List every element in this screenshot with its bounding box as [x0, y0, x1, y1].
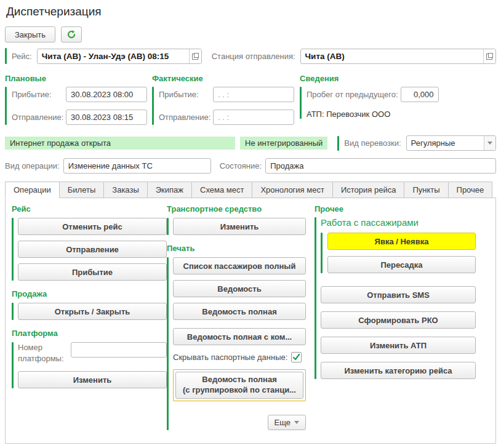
mileage-value: 0,000 — [414, 90, 434, 99]
transport-kind-value: Регулярные — [411, 138, 484, 148]
print-sheet-grouped-button[interactable]: Ведомость полная (с группировкой по стан… — [175, 372, 303, 399]
info-groups: Плановые Прибытие: 30.08.2023 08:00 Отпр… — [5, 74, 496, 125]
tab-tickets[interactable]: Билеты — [60, 182, 104, 198]
accent-bar — [300, 87, 302, 119]
other-section-title: Прочее — [315, 204, 489, 214]
sale-section-title: Продажа — [12, 289, 167, 298]
planned-title: Плановые — [5, 74, 152, 83]
details-title: Сведения — [300, 74, 496, 83]
hide-passport-label: Скрывать паспортные данные: — [173, 353, 287, 362]
print-sheet-full-button[interactable]: Ведомость полная — [173, 303, 306, 320]
tab-points[interactable]: Пункты — [404, 182, 448, 198]
accent-bar — [167, 257, 169, 430]
cancel-trip-button[interactable]: Отменить рейс — [18, 218, 167, 235]
tab-orders[interactable]: Заказы — [104, 182, 147, 198]
operations-tab-panel: Рейс Отменить рейс Отправление Прибытие … — [5, 198, 496, 444]
platform-number-label: Номер платформы: — [18, 342, 67, 364]
open-form-icon — [192, 53, 199, 60]
departure-button[interactable]: Отправление — [18, 241, 167, 258]
change-atp-button[interactable]: Изменить АТП — [321, 337, 476, 354]
actual-title: Фактические — [152, 74, 300, 83]
operation-kind-field[interactable]: Изменение данных ТС — [63, 158, 211, 174]
grouped-button-line2: (с группировкой по станци... — [183, 385, 296, 396]
open-close-sale-button[interactable]: Открыть / Закрыть — [18, 303, 167, 320]
change-vehicle-button[interactable]: Изменить — [173, 218, 306, 235]
planned-departure-value: 30.08.2023 08:15 — [71, 113, 146, 122]
tab-operations[interactable]: Операции — [5, 182, 60, 198]
actual-departure-field[interactable]: . . : — [213, 110, 294, 125]
accent-bar — [12, 342, 14, 388]
station-open-button[interactable] — [483, 49, 495, 63]
atp-text: АТП: Перевозчик ООО — [307, 110, 390, 119]
toolbar: Закрыть — [5, 26, 501, 42]
mileage-field[interactable]: 0,000 — [401, 87, 439, 102]
transport-kind-select[interactable]: Регулярные — [406, 135, 496, 151]
panel-column-print: Транспортное средство Изменить Печать Сп… — [167, 204, 315, 443]
platform-section: Платформа Номер платформы: Изменить — [12, 329, 167, 388]
accent-bar — [12, 218, 14, 281]
attendance-button[interactable]: Явка / Неявка — [327, 233, 476, 250]
hide-passport-checkbox[interactable] — [291, 352, 302, 362]
arrival-button[interactable]: Прибытие — [18, 263, 167, 281]
change-trip-category-button[interactable]: Изменить категорию рейса — [321, 362, 476, 379]
accent-bar — [5, 87, 7, 125]
panel-column-trip: Рейс Отменить рейс Отправление Прибытие … — [12, 204, 167, 443]
print-sheet-button[interactable]: Ведомость — [173, 280, 306, 297]
actual-arrival-field[interactable]: . . : — [213, 87, 294, 102]
refresh-icon — [66, 30, 76, 39]
panel-column-other: Прочее Работа с пассажирами Явка / Неявк… — [315, 204, 489, 443]
transport-kind-dropdown-button[interactable] — [484, 136, 495, 150]
actual-arrival-label: Прибытие: — [159, 90, 210, 99]
planned-arrival-value: 30.08.2023 08:00 — [71, 90, 146, 99]
platform-section-title: Платформа — [12, 329, 167, 338]
send-sms-button[interactable]: Отправить SMS — [321, 286, 476, 303]
print-passenger-list-button[interactable]: Список пассажиров полный — [173, 257, 306, 274]
sale-section: Продажа Открыть / Закрыть — [12, 289, 167, 320]
mileage-label: Пробег от предыдущего: — [307, 90, 398, 99]
station-field[interactable]: Чита (АВ) — [300, 49, 496, 64]
more-button[interactable]: Еще — [268, 415, 306, 430]
tab-trip-history[interactable]: История рейса — [333, 182, 404, 198]
print-section: Печать Список пассажиров полный Ведомост… — [167, 244, 315, 430]
close-button[interactable]: Закрыть — [5, 26, 55, 42]
create-rko-button[interactable]: Сформировать РКО — [321, 311, 476, 329]
operation-kind-label: Вид операции: — [5, 161, 60, 170]
print-sheet-full-comment-button[interactable]: Ведомость полная с ком... — [173, 328, 306, 345]
refresh-button[interactable] — [61, 26, 82, 42]
trip-section-title: Рейс — [12, 204, 167, 214]
transport-kind-label: Вид перевозки: — [344, 138, 401, 148]
planned-group: Плановые Прибытие: 30.08.2023 08:00 Отпр… — [5, 74, 152, 125]
more-button-label: Еще — [275, 418, 291, 427]
change-platform-button[interactable]: Изменить — [18, 371, 167, 388]
station-label: Станция отправления: — [212, 52, 295, 61]
trip-field[interactable]: Чита (АВ) - Улан-Удэ (АВ) 08:15 — [37, 49, 202, 64]
planned-arrival-field[interactable]: 30.08.2023 08:00 — [66, 87, 147, 102]
trip-value: Чита (АВ) - Улан-Удэ (АВ) 08:15 — [42, 52, 189, 61]
chevron-down-icon — [487, 142, 492, 145]
route-row: Рейс: Чита (АВ) - Улан-Удэ (АВ) 08:15 Ст… — [5, 48, 496, 64]
platform-number-input[interactable] — [71, 342, 167, 358]
transfer-button[interactable]: Пересадка — [327, 256, 476, 273]
tab-other[interactable]: Прочее — [449, 182, 493, 198]
checkmark-icon — [292, 353, 300, 361]
tab-crew[interactable]: Экипаж — [148, 182, 192, 198]
status-row: Интернет продажа открыта Не интегрирован… — [5, 135, 496, 151]
focused-button-ring: Ведомость полная (с группировкой по стан… — [173, 369, 306, 401]
vehicle-section: Транспортное средство Изменить — [167, 204, 315, 235]
chevron-down-icon — [294, 421, 299, 424]
actual-group: Фактические Прибытие: . . : Отправление:… — [152, 74, 300, 125]
integration-status: Не интегрированный — [240, 137, 327, 150]
internet-sale-status: Интернет продажа открыта — [5, 137, 235, 150]
trip-open-button[interactable] — [189, 49, 201, 63]
planned-arrival-label: Прибытие: — [12, 90, 63, 99]
planned-departure-field[interactable]: 30.08.2023 08:15 — [66, 110, 147, 125]
accent-bar — [315, 217, 316, 379]
tab-seat-map[interactable]: Схема мест — [192, 182, 252, 198]
state-field[interactable]: Продажа — [265, 158, 496, 174]
page-title: Диспетчеризация — [6, 5, 501, 18]
tab-seat-chronology[interactable]: Хронология мест — [252, 182, 333, 198]
station-value: Чита (АВ) — [305, 52, 483, 61]
state-value: Продажа — [270, 161, 495, 170]
tab-bar: Операции Билеты Заказы Экипаж Схема мест… — [5, 182, 501, 198]
actual-departure-placeholder: . . : — [218, 113, 294, 122]
